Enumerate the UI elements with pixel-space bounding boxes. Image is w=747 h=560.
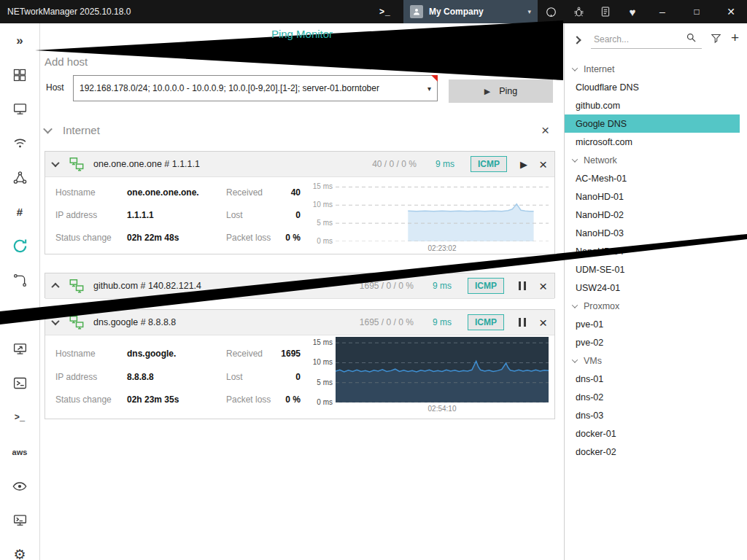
tree-label: USW24-01 [576, 283, 620, 293]
host-card-body: Hostname one.one.one.one. IP address 1.1… [45, 177, 554, 254]
maximize-button[interactable]: □ [682, 0, 711, 23]
tree-item-google-dns[interactable]: Google DNS [565, 114, 740, 133]
tree-item-pve-02[interactable]: pve-02 [565, 333, 747, 351]
sidebar-item-port-scanner[interactable]: # [0, 195, 40, 229]
tree-label: microsoft.com [576, 137, 632, 147]
status-change-value: 02h 23m 35s [127, 394, 179, 405]
tree-group-internet[interactable]: Internet [565, 60, 747, 78]
close-host-button[interactable]: × [539, 316, 547, 330]
close-host-button[interactable]: × [539, 279, 547, 293]
tree-item-nanohd-03[interactable]: NanoHD-03 [565, 224, 747, 242]
traceroute-icon [12, 273, 28, 288]
pause-button[interactable] [517, 281, 527, 290]
main-area: Ping Monitor Add host Host 192.168.178.0… [40, 23, 564, 560]
sidebar-item-web-console[interactable] [0, 503, 40, 537]
group-header-internet[interactable]: Internet × [44, 120, 555, 139]
status-change-value: 02h 22m 48s [127, 233, 179, 243]
sidebar-item-aws-session-manager[interactable]: aws [0, 435, 40, 469]
ip-value: 8.8.8.8 [127, 372, 154, 382]
received-value: 40 [258, 187, 301, 198]
sidebar-item-powershell[interactable] [0, 366, 40, 400]
sidebar-item-putty[interactable]: >_ [0, 400, 40, 435]
hostname-label: Hostname [55, 187, 96, 198]
close-group-button[interactable]: × [541, 123, 549, 137]
tree-item-cloudflare-dns[interactable]: Cloudflare DNS [565, 78, 747, 96]
chevron-down-icon[interactable] [51, 317, 59, 325]
tree-item-nanohd-01[interactable]: NanoHD-01 [565, 187, 747, 206]
resume-button[interactable]: ▶ [520, 159, 527, 170]
close-window-button[interactable]: ✕ [716, 0, 746, 23]
tree-item-nanohd-02[interactable]: NanoHD-02 [565, 206, 747, 224]
user-icon [410, 5, 423, 18]
host-title: dns.google # 8.8.8.8 [93, 317, 176, 327]
github-icon[interactable] [538, 0, 563, 23]
chevron-down-icon[interactable] [51, 159, 59, 167]
search-icon[interactable] [686, 32, 697, 45]
chevron-down-icon[interactable]: ▾ [427, 85, 431, 93]
tree-item-docker-02[interactable]: docker-02 [565, 443, 747, 461]
tree-group-vms[interactable]: VMs [565, 351, 747, 370]
tree-item-ac-mesh-01[interactable]: AC-Mesh-01 [565, 169, 747, 187]
tree-item-github-com[interactable]: github.com [565, 96, 747, 114]
aws-session-manager-icon: aws [12, 448, 28, 456]
packet-loss-value: 0 % [258, 233, 301, 243]
tree-group-proxmox[interactable]: Proxmox [565, 297, 747, 315]
tree-group-network[interactable]: Network [565, 151, 747, 169]
close-host-button[interactable]: × [539, 158, 547, 171]
sidebar-item-traceroute[interactable] [0, 263, 40, 298]
sidebar-item-network-interface[interactable] [0, 92, 40, 126]
tree-item-dns-01[interactable]: dns-01 [565, 370, 747, 388]
host-stats: 1695 / 0 / 0 % [360, 281, 414, 291]
chevron-up-icon[interactable] [51, 283, 59, 291]
tree-item-pve-01[interactable]: pve-01 [565, 315, 747, 333]
sidebar-item-expand-sidebar[interactable]: » [0, 23, 40, 58]
chevron-down-icon [572, 156, 578, 162]
tree-label: UDM-SE-01 [576, 265, 624, 275]
tree-item-udm-se-01[interactable]: UDM-SE-01 [565, 260, 747, 279]
host-combobox[interactable]: 192.168.178.0/24; 10.0.0.0 - 10.0.0.9; 1… [73, 75, 438, 101]
ping-button[interactable]: ▶ Ping [449, 79, 553, 103]
dashboard-icon [12, 68, 27, 82]
profile-selector[interactable]: My Company ▾ [403, 0, 538, 23]
titlebar: NETworkManager 2025.10.18.0 >_ My Compan… [0, 0, 747, 23]
sidebar-item-dns-lookup[interactable] [0, 298, 40, 332]
y-axis-tick: 15 ms [302, 182, 333, 190]
release-notes-icon[interactable] [593, 0, 618, 23]
tree-item-microsoft-com[interactable]: microsoft.com [565, 133, 747, 151]
pause-button[interactable] [517, 318, 527, 327]
console-icon[interactable]: >_ [379, 0, 391, 23]
y-axis-tick: 5 ms [302, 219, 333, 227]
sidebar-item-wifi-analyzer[interactable] [0, 126, 40, 160]
protocol-badge: ICMP [468, 278, 504, 294]
sidebar-item-remote-desktop[interactable] [0, 332, 40, 366]
host-card-header[interactable]: one.one.one.one # 1.1.1.1 40 / 0 / 0 % 9… [45, 152, 554, 177]
tree-item-usw24-01[interactable]: USW24-01 [565, 279, 747, 297]
y-axis-tick: 0 ms [302, 398, 333, 406]
ip-value: 1.1.1.1 [127, 210, 154, 220]
tree-item-docker-01[interactable]: docker-01 [565, 424, 747, 443]
received-label: Received [226, 187, 263, 198]
bug-report-icon[interactable] [566, 0, 591, 23]
tree-item-dns-03[interactable]: dns-03 [565, 406, 747, 424]
sidebar-item-dashboard[interactable] [0, 58, 40, 92]
chevron-down-icon[interactable] [43, 124, 53, 133]
host-card-header[interactable]: dns.google # 8.8.8.8 1695 / 0 / 0 % 9 ms… [45, 310, 554, 335]
protocol-badge: ICMP [468, 314, 504, 330]
host-card-header[interactable]: github.com # 140.82.121.4 1695 / 0 / 0 %… [45, 273, 554, 299]
tree-item-dns-02[interactable]: dns-02 [565, 388, 747, 406]
filter-icon[interactable] [711, 33, 721, 46]
tree-item-nanohd-04[interactable]: NanoHD-04 [565, 242, 747, 260]
add-profile-button[interactable]: + [731, 30, 739, 46]
y-axis-tick: 15 ms [302, 338, 333, 346]
sidebar-item-ip-scanner[interactable] [0, 160, 40, 195]
minimize-button[interactable]: – [648, 0, 677, 23]
chevron-down-icon: ▾ [527, 8, 531, 15]
add-host-heading: Add host [44, 55, 88, 68]
sidebar-item-settings[interactable]: ⚙ [0, 537, 40, 560]
sidebar-item-discovery[interactable] [0, 469, 40, 503]
validation-corner-marker [431, 75, 438, 82]
sidebar-item-ping-monitor[interactable] [0, 229, 40, 263]
collapse-panel-chevron-icon[interactable] [573, 36, 581, 44]
donate-heart-icon[interactable]: ♥ [620, 0, 645, 23]
latency-chart: 15 ms10 ms5 ms0 ms [336, 337, 549, 402]
